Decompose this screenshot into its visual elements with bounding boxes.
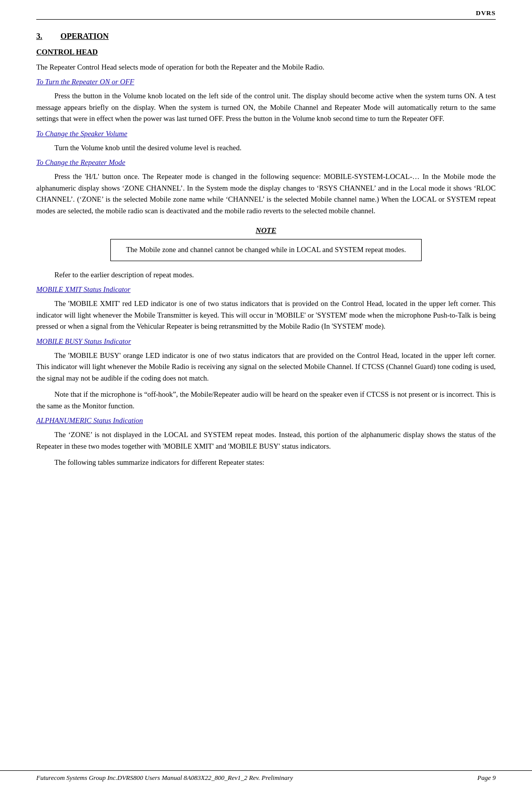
header-bar: DVRS [36, 9, 496, 20]
link-alphanumeric[interactable]: ALPHANUMERIC Status Indication [36, 416, 496, 425]
section-number: 3. [36, 32, 42, 41]
link-repeater-mode[interactable]: To Change the Repeater Mode [36, 158, 496, 167]
note-body: The Mobile zone and channel cannot be ch… [126, 246, 406, 254]
alphanumeric-body1: The ‘ZONE’ is not displayed in the LOCAL… [36, 429, 496, 452]
mobile-busy-body2: Note that if the microphone is “off-hook… [36, 389, 496, 411]
control-head-intro: The Repeater Control Head selects mode o… [36, 62, 496, 73]
link-speaker-volume[interactable]: To Change the Speaker Volume [36, 130, 496, 138]
footer-right: Page 9 [478, 774, 496, 782]
turn-repeater-body: Press the button in the Volume knob loca… [36, 90, 496, 124]
link-mobile-busy[interactable]: MOBILE BUSY Status Indicator [36, 337, 496, 346]
control-head-section: CONTROL HEAD The Repeater Control Head s… [36, 48, 496, 216]
mobile-busy-body1: The 'MOBILE BUSY' orange LED indicator i… [36, 350, 496, 384]
page: DVRS 3. OPERATION CONTROL HEAD The Repea… [0, 0, 532, 791]
note-box: The Mobile zone and channel cannot be ch… [110, 239, 422, 261]
repeater-mode-body: Press the 'H/L' button once. The Repeate… [36, 171, 496, 216]
speaker-volume-body: Turn the Volume knob until the desired v… [36, 142, 496, 153]
note-label: NOTE [36, 226, 496, 235]
header-title: DVRS [476, 9, 496, 17]
footer-left: Futurecom Systems Group Inc.DVRS800 User… [36, 774, 293, 782]
section-heading: 3. OPERATION [36, 32, 496, 41]
note-section: NOTE The Mobile zone and channel cannot … [36, 226, 496, 261]
footer: Futurecom Systems Group Inc.DVRS800 User… [0, 770, 532, 782]
refer-text: Refer to the earlier description of repe… [36, 269, 496, 280]
alphanumeric-body2: The following tables summarize indicator… [36, 457, 496, 468]
control-head-title: CONTROL HEAD [36, 48, 496, 56]
link-mobile-xmit[interactable]: MOBILE XMIT Status Indicator [36, 285, 496, 294]
link-turn-repeater[interactable]: To Turn the Repeater ON or OFF [36, 78, 496, 86]
section-title: OPERATION [60, 32, 109, 41]
mobile-xmit-body: The 'MOBILE XMIT' red LED indicator is o… [36, 298, 496, 332]
